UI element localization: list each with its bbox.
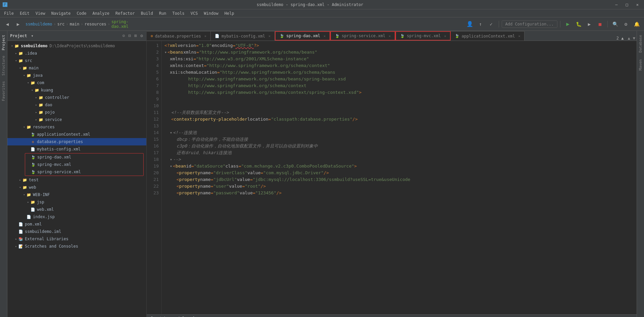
menu-tools[interactable]: Tools xyxy=(170,10,187,16)
user-icon[interactable]: 👤 xyxy=(465,19,475,29)
sidebar-dropdown-icon[interactable]: ▾ xyxy=(31,34,34,38)
menu-edit[interactable]: Edit xyxy=(17,10,32,16)
tree-item-test[interactable]: ▸ 📁 test xyxy=(7,176,146,184)
tree-item-main[interactable]: ▾ 📁 main xyxy=(7,64,146,72)
menu-vcs[interactable]: VCS xyxy=(188,10,201,16)
tree-item-service[interactable]: ▸ 📁 service xyxy=(7,116,146,123)
maven-panel-label[interactable]: Maven xyxy=(638,57,643,73)
tree-item-com[interactable]: ▾ 📁 com xyxy=(7,79,146,86)
tab-spring-mvc[interactable]: 🍃 spring-mvc.xml ✕ xyxy=(395,31,451,41)
menu-file[interactable]: File xyxy=(1,10,16,16)
breadcrumb-file[interactable]: spring-dao.xml xyxy=(111,19,129,29)
tree-item-database[interactable]: ⚙ database.properties xyxy=(7,138,146,145)
tree-item-webinf[interactable]: ▾ 📁 WEB-INF xyxy=(7,191,146,198)
add-config-button[interactable]: Add Configuration... xyxy=(502,20,558,28)
tree-root[interactable]: ▾ 📁 ssmbuildemo D:\IdeaProjects\ssmbuild… xyxy=(7,42,146,50)
tab-appcontext[interactable]: 🍃 applicationContext.xml ✕ xyxy=(451,31,525,41)
vcs-update-icon[interactable]: ↑ xyxy=(476,19,485,29)
debug-button[interactable]: 🐛 xyxy=(574,19,583,29)
structure-tab-label[interactable]: Structure xyxy=(1,53,6,78)
menu-build[interactable]: Build xyxy=(138,10,156,16)
forward-btn[interactable]: ▶ xyxy=(13,19,23,29)
expand-all-icon[interactable]: ⊞ xyxy=(134,33,138,39)
menu-refactor[interactable]: Refactor xyxy=(113,10,138,16)
tab-close-mybatis[interactable]: ✕ xyxy=(268,34,270,38)
favorites-tab-label[interactable]: Favorites xyxy=(1,78,6,104)
tree-item-dao[interactable]: ▸ 📁 dao xyxy=(7,101,146,109)
stop-button[interactable]: ■ xyxy=(595,19,605,29)
scroll-down-btn[interactable]: ▼ xyxy=(632,36,637,41)
code-editor[interactable]: <?xml version="1.0" encoding="UTF-8"?> ▾… xyxy=(162,41,637,314)
breadcrumb-main[interactable]: main xyxy=(70,22,80,26)
settings-btn[interactable]: ⚙ xyxy=(621,19,631,29)
tab-close-appcontext[interactable]: ✕ xyxy=(518,34,520,38)
tree-item-pom[interactable]: 📄 pom.xml xyxy=(7,220,146,228)
scroll-up-btn[interactable]: ▲ xyxy=(627,36,632,41)
breadcrumb-resources[interactable]: resources xyxy=(85,22,106,26)
menu-window[interactable]: Window xyxy=(201,10,221,16)
menu-view[interactable]: View xyxy=(33,10,48,16)
menu-analyze[interactable]: Analyze xyxy=(90,10,112,16)
tree-item-src[interactable]: ▾ 📁 src xyxy=(7,57,146,64)
tree-item-spring-dao[interactable]: 🍃 spring-dao.xml xyxy=(25,153,143,161)
tree-arrow-webinf: ▾ xyxy=(22,193,26,197)
tab-close-spring-mvc[interactable]: ✕ xyxy=(444,34,446,38)
tree-item-indexjsp[interactable]: 📄 index.jsp xyxy=(7,213,146,220)
tab-bar: ⚙ database.properties ✕ 📄 mybatis-config… xyxy=(147,31,637,41)
maximize-btn[interactable]: □ xyxy=(623,2,631,8)
locate-icon[interactable]: ⊙ xyxy=(122,33,126,39)
breadcrumb-project[interactable]: ssmbuildemo xyxy=(26,22,52,26)
tree-item-jsp-folder[interactable]: ▸ 📁 jsp xyxy=(7,198,146,206)
menu-run[interactable]: Run xyxy=(156,10,169,16)
bottom-tab-scratches[interactable]: Scratches and Consoles xyxy=(148,315,202,317)
tree-item-applicationcontext[interactable]: 🍃 applicationContext.xml xyxy=(7,131,146,138)
tree-item-extlibs[interactable]: ▸ 📚 External Libraries xyxy=(7,235,146,243)
tree-item-resources[interactable]: ▾ 📁 resources xyxy=(7,123,146,131)
tree-item-pojo[interactable]: ▸ 📁 pojo xyxy=(7,109,146,116)
menu-help[interactable]: Help xyxy=(222,10,237,16)
tree-item-scratches[interactable]: ▸ 📝 Scratches and Consoles xyxy=(7,243,146,250)
tab-spring-dao[interactable]: 🍃 spring-dao.xml ✕ xyxy=(275,31,330,41)
database-panel-label[interactable]: Database xyxy=(638,32,643,55)
tree-item-spring-service[interactable]: 🍃 spring-service.xml xyxy=(25,168,143,176)
tree-item-java[interactable]: ▾ 📁 java xyxy=(7,72,146,79)
back-btn[interactable]: ◀ xyxy=(3,19,12,29)
breadcrumb-src[interactable]: src xyxy=(57,22,65,26)
code-line-20: <property name="driverClass" value="com.… xyxy=(164,170,634,176)
tree-label-src: src xyxy=(25,58,32,63)
tree-item-kuang[interactable]: ▾ 📁 kuang xyxy=(7,86,146,94)
vcs-commit-icon[interactable]: ✓ xyxy=(487,19,496,29)
tree-arrow-main: ▾ xyxy=(18,66,22,70)
window-controls[interactable]: – □ ✕ xyxy=(612,2,641,8)
menu-navigate[interactable]: Navigate xyxy=(49,10,73,16)
tab-database-props[interactable]: ⚙ database.properties ✕ xyxy=(147,31,211,41)
tree-item-iml[interactable]: 📄 ssmbuildemo.iml xyxy=(7,228,146,235)
xml-spring-icon-dao: 🍃 xyxy=(31,154,36,160)
tab-close-spring-service[interactable]: ✕ xyxy=(389,34,391,38)
tree-item-controller[interactable]: ▸ 📁 controller xyxy=(7,94,146,101)
tree-item-idea[interactable]: ▸ 📁 .idea xyxy=(7,50,146,57)
collapse-all-icon[interactable]: ⊟ xyxy=(128,33,132,39)
settings-sidebar-icon[interactable]: ⚙ xyxy=(140,33,144,39)
tree-item-spring-mvc[interactable]: 🍃 spring-mvc.xml xyxy=(25,161,143,168)
tab-spring-service[interactable]: 🍃 spring-service.xml ✕ xyxy=(330,31,395,41)
tree-item-webxml[interactable]: 📄 web.xml xyxy=(7,206,146,213)
minimize-btn[interactable]: – xyxy=(612,2,620,8)
search-everywhere-btn[interactable]: 🔍 xyxy=(610,19,620,29)
menu-code[interactable]: Code xyxy=(74,10,89,16)
tree-item-web[interactable]: ▾ 📁 web xyxy=(7,184,146,191)
tab-close-spring-dao[interactable]: ✕ xyxy=(324,34,326,38)
title-bar: 🅿 ssmbuildemo - spring-dao.xml - Adminis… xyxy=(0,0,644,9)
close-btn[interactable]: ✕ xyxy=(634,2,641,8)
project-tab-label[interactable]: Project xyxy=(1,32,6,53)
tree-label-mybatis: mybatis-config.xml xyxy=(37,147,81,151)
notifications-btn[interactable]: 🔔 xyxy=(632,19,641,29)
tree-item-mybatis[interactable]: 📄 mybatis-config.xml xyxy=(7,145,146,153)
run-with-coverage-btn[interactable]: ▶ xyxy=(585,19,594,29)
tab-close-database[interactable]: ✕ xyxy=(204,34,206,38)
tree-arrow-resources: ▾ xyxy=(22,125,26,129)
run-button[interactable]: ▶ xyxy=(563,19,573,29)
tree-arrow-src: ▾ xyxy=(14,59,18,63)
tab-mybatis[interactable]: 📄 mybatis-config.xml ✕ xyxy=(211,31,275,41)
menu-bar: File Edit View Navigate Code Analyze Ref… xyxy=(0,9,644,17)
